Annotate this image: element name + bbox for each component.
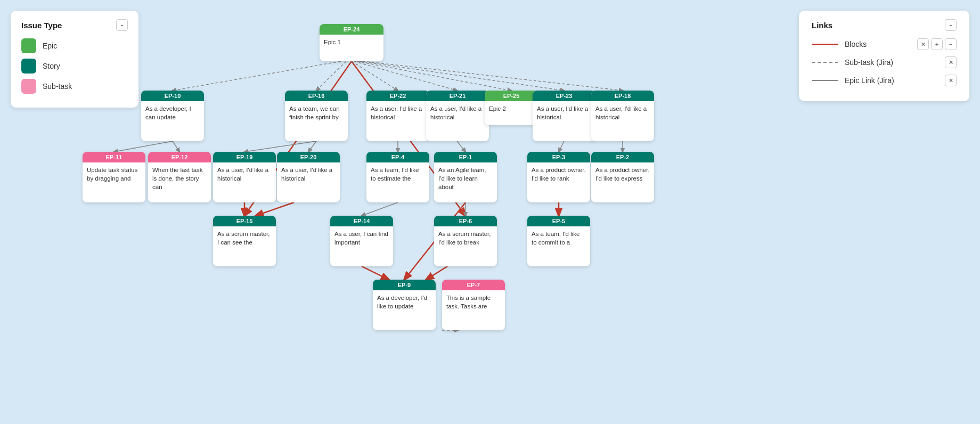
blocks-remove-button[interactable]: − — [945, 38, 957, 50]
links-collapse-button[interactable]: - — [945, 19, 957, 31]
svg-line-14 — [362, 61, 623, 91]
node-header-EP-18: EP-18 — [591, 91, 654, 101]
blocks-label: Blocks — [845, 40, 911, 48]
subtask-checkbox[interactable]: ✕ — [945, 56, 957, 68]
node-EP-20[interactable]: EP-20As a user, I'd like a historical — [277, 152, 340, 202]
svg-line-15 — [114, 141, 173, 152]
epiclink-checkbox[interactable]: ✕ — [945, 75, 957, 86]
node-EP-2[interactable]: EP-2As a product owner, I'd like to expr… — [591, 152, 654, 202]
node-EP-3[interactable]: EP-3As a product owner, I'd like to rank — [527, 152, 590, 202]
node-header-EP-25: EP-25 — [485, 91, 538, 101]
node-body-EP-16: As a team, we can finish the sprint by — [285, 101, 348, 141]
node-body-EP-25: Epic 2 — [485, 101, 538, 125]
node-header-EP-20: EP-20 — [277, 152, 340, 162]
node-body-EP-22: As a user, I'd like a historical — [366, 101, 429, 141]
node-body-EP-11: Update task status by dragging and — [83, 162, 145, 202]
node-header-EP-24: EP-24 — [320, 24, 383, 35]
node-header-EP-23: EP-23 — [533, 91, 595, 101]
subtask-line-icon — [812, 62, 838, 63]
node-EP-4[interactable]: EP-4As a team, I'd like to estimate the — [366, 152, 429, 202]
svg-line-17 — [244, 141, 316, 152]
node-EP-18[interactable]: EP-18As a user, I'd like a historical — [591, 91, 654, 141]
svg-line-9 — [316, 61, 346, 91]
svg-line-21 — [559, 141, 564, 152]
blocks-link-item: Blocks ✕ + − — [812, 38, 957, 50]
node-body-EP-24: Epic 1 — [320, 35, 383, 61]
svg-line-8 — [173, 61, 341, 91]
node-header-EP-19: EP-19 — [213, 152, 276, 162]
svg-line-11 — [354, 61, 457, 91]
node-header-EP-15: EP-15 — [213, 216, 276, 226]
node-header-EP-3: EP-3 — [527, 152, 590, 162]
node-EP-11[interactable]: EP-11Update task status by dragging and — [83, 152, 145, 202]
subtask-label: Sub-task — [43, 82, 72, 91]
blocks-checkbox[interactable]: ✕ — [917, 38, 929, 50]
node-body-EP-19: As a user, I'd like a historical — [213, 162, 276, 202]
node-body-EP-6: As a scrum master, I'd like to break — [434, 226, 497, 266]
svg-line-3 — [362, 266, 389, 280]
node-EP-23[interactable]: EP-23As a user, I'd like a historical — [533, 91, 595, 141]
node-header-EP-21: EP-21 — [426, 91, 489, 101]
node-EP-12[interactable]: EP-12When the last task is done, the sto… — [148, 152, 211, 202]
issue-type-collapse-button[interactable]: - — [116, 19, 128, 31]
node-body-EP-12: When the last task is done, the story ca… — [148, 162, 211, 202]
story-label: Story — [43, 62, 60, 70]
links-panel: Links - Blocks ✕ + − Sub-task (Jira) ✕ E… — [799, 11, 969, 101]
node-body-EP-3: As a product owner, I'd like to rank — [527, 162, 590, 202]
svg-line-13 — [360, 61, 564, 91]
node-body-EP-14: As a user, I can find important — [330, 226, 393, 266]
legend-epic: Epic — [21, 38, 128, 53]
node-body-EP-10: As a developer, I can update — [141, 101, 204, 141]
node-body-EP-9: As a developer, I'd like to update — [373, 290, 436, 330]
epic-color-swatch — [21, 38, 36, 53]
subtask-color-swatch — [21, 79, 36, 94]
node-body-EP-5: As a team, I'd like to commit to a — [527, 226, 590, 266]
issue-type-panel: Issue Type - Epic Story Sub-task — [11, 11, 138, 108]
node-EP-7[interactable]: EP-7This is a sample task. Tasks are — [442, 280, 505, 330]
node-body-EP-7: This is a sample task. Tasks are — [442, 290, 505, 330]
epiclink-line-icon — [812, 80, 838, 81]
node-EP-1[interactable]: EP-1As an Agile team, I'd like to learn … — [434, 152, 497, 202]
blocks-add-button[interactable]: + — [931, 38, 943, 50]
blocks-line-icon — [812, 44, 838, 45]
node-EP-22[interactable]: EP-22As a user, I'd like a historical — [366, 91, 429, 141]
node-body-EP-1: As an Agile team, I'd like to learn abou… — [434, 162, 497, 202]
node-EP-9[interactable]: EP-9As a developer, I'd like to update — [373, 280, 436, 330]
node-EP-10[interactable]: EP-10As a developer, I can update — [141, 91, 204, 141]
node-body-EP-21: As a user, I'd like a historical — [426, 101, 489, 141]
node-header-EP-9: EP-9 — [373, 280, 436, 290]
issue-type-title: Issue Type — [21, 21, 62, 30]
node-body-EP-2: As a product owner, I'd like to express — [591, 162, 654, 202]
node-EP-6[interactable]: EP-6As a scrum master, I'd like to break — [434, 216, 497, 266]
node-header-EP-10: EP-10 — [141, 91, 204, 101]
epiclink-link-item: Epic Link (Jira) ✕ — [812, 75, 957, 86]
node-EP-24[interactable]: EP-24Epic 1 — [320, 24, 383, 61]
node-header-EP-14: EP-14 — [330, 216, 393, 226]
node-EP-15[interactable]: EP-15As a scrum master, I can see the — [213, 216, 276, 266]
node-EP-21[interactable]: EP-21As a user, I'd like a historical — [426, 91, 489, 141]
node-header-EP-7: EP-7 — [442, 280, 505, 290]
epiclink-label: Epic Link (Jira) — [845, 76, 938, 85]
svg-line-18 — [308, 141, 316, 152]
node-header-EP-12: EP-12 — [148, 152, 211, 162]
subtask-label-link: Sub-task (Jira) — [845, 58, 938, 67]
node-body-EP-15: As a scrum master, I can see the — [213, 226, 276, 266]
node-EP-25[interactable]: EP-25Epic 2 — [485, 91, 538, 125]
svg-line-23 — [362, 202, 398, 216]
node-header-EP-22: EP-22 — [366, 91, 429, 101]
node-header-EP-16: EP-16 — [285, 91, 348, 101]
svg-line-12 — [357, 61, 511, 91]
epic-label: Epic — [43, 42, 57, 50]
node-body-EP-4: As a team, I'd like to estimate the — [366, 162, 429, 202]
node-EP-19[interactable]: EP-19As a user, I'd like a historical — [213, 152, 276, 202]
node-EP-5[interactable]: EP-5As a team, I'd like to commit to a — [527, 216, 590, 266]
node-header-EP-11: EP-11 — [83, 152, 145, 162]
node-EP-16[interactable]: EP-16As a team, we can finish the sprint… — [285, 91, 348, 141]
node-EP-14[interactable]: EP-14As a user, I can find important — [330, 216, 393, 266]
node-header-EP-4: EP-4 — [366, 152, 429, 162]
svg-line-16 — [173, 141, 179, 152]
node-body-EP-20: As a user, I'd like a historical — [277, 162, 340, 202]
story-color-swatch — [21, 59, 36, 74]
legend-subtask: Sub-task — [21, 79, 128, 94]
svg-line-4 — [426, 266, 447, 280]
